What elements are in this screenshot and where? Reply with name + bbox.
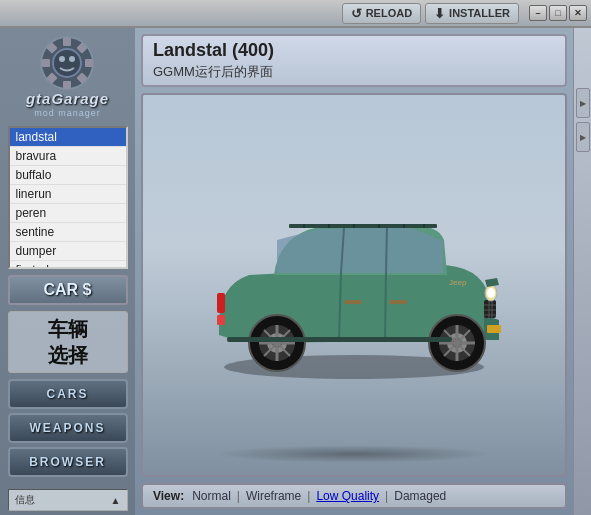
car-title: Landstal (400): [153, 40, 555, 61]
svg-rect-3: [42, 59, 50, 67]
svg-rect-51: [217, 293, 225, 313]
separator-3: |: [385, 489, 388, 503]
view-lowquality-option[interactable]: Low Quality: [316, 489, 379, 503]
svg-rect-1: [63, 38, 71, 46]
view-label: View:: [153, 489, 184, 503]
browser-nav-button[interactable]: BROWSER: [8, 447, 128, 477]
svg-point-9: [53, 49, 81, 77]
svg-rect-52: [217, 315, 225, 325]
chinese-line2: 选择: [19, 342, 117, 368]
separator-1: |: [237, 489, 240, 503]
installer-icon: ⬇: [434, 6, 445, 21]
window-controls: – □ ✕: [527, 5, 587, 21]
svg-point-21: [487, 288, 495, 298]
car-header: Landstal (400) GGMM运行后的界面: [141, 34, 567, 87]
vehicle-list-item[interactable]: dumper: [10, 242, 126, 261]
vehicle-list-item[interactable]: bravura: [10, 147, 126, 166]
status-arrow-icon: ▲: [111, 495, 121, 506]
vehicle-list[interactable]: landstalbravurabuffalolinerunperensentin…: [8, 126, 128, 270]
svg-rect-26: [344, 300, 362, 304]
chinese-line1: 车辆: [19, 316, 117, 342]
right-edge-btn-2[interactable]: ▶: [576, 122, 590, 152]
close-button[interactable]: ✕: [569, 5, 587, 21]
view-normal-option[interactable]: Normal: [192, 489, 231, 503]
vehicle-list-item[interactable]: peren: [10, 204, 126, 223]
logo-area: gtaGarage mod manager: [26, 36, 109, 118]
vehicle-list-item[interactable]: landstal: [10, 128, 126, 147]
svg-text:Jeep: Jeep: [449, 278, 467, 287]
content-area: Landstal (400) GGMM运行后的界面: [135, 28, 573, 515]
right-edge-btn-1[interactable]: ▶: [576, 88, 590, 118]
svg-line-23: [386, 226, 387, 273]
cars-nav-button[interactable]: CARS: [8, 379, 128, 409]
sidebar-nav-buttons: CARS WEAPONS BROWSER: [8, 379, 128, 481]
logo-title: gtaGarage: [26, 91, 109, 108]
installer-label: INSTALLER: [449, 7, 510, 19]
weapons-nav-button[interactable]: WEAPONS: [8, 413, 128, 443]
car-price-display: CAR $: [8, 275, 128, 305]
svg-point-11: [69, 56, 75, 62]
vehicle-list-item[interactable]: firetruk: [10, 261, 126, 270]
svg-point-10: [59, 56, 65, 62]
status-label: 信息: [15, 493, 35, 507]
reload-button[interactable]: ↺ RELOAD: [342, 3, 421, 24]
reload-icon: ↺: [351, 6, 362, 21]
view-wireframe-option[interactable]: Wireframe: [246, 489, 301, 503]
minimize-button[interactable]: –: [529, 5, 547, 21]
chinese-vehicle-label: 车辆 选择: [8, 311, 128, 373]
car-ground-shadow: [214, 445, 494, 463]
svg-rect-54: [227, 337, 452, 342]
svg-line-25: [385, 273, 386, 339]
svg-rect-28: [289, 224, 437, 228]
vehicle-list-item[interactable]: buffalo: [10, 166, 126, 185]
car-description: GGMM运行后的界面: [153, 63, 555, 81]
svg-rect-13: [487, 325, 501, 333]
view-damaged-option[interactable]: Damaged: [394, 489, 446, 503]
vehicle-list-item[interactable]: linerun: [10, 185, 126, 204]
main-container: gtaGarage mod manager landstalbravurabuf…: [0, 28, 591, 515]
svg-rect-27: [389, 300, 407, 304]
vehicle-list-item[interactable]: sentine: [10, 223, 126, 242]
logo-gear-icon: [40, 36, 95, 91]
svg-rect-2: [63, 81, 71, 89]
car-preview-panel: Jeep: [141, 93, 567, 477]
sidebar: gtaGarage mod manager landstalbravurabuf…: [0, 28, 135, 515]
right-edge-panel: ▶ ▶: [573, 28, 591, 515]
status-bar: 信息 ▲: [8, 489, 128, 511]
installer-button[interactable]: ⬇ INSTALLER: [425, 3, 519, 24]
reload-label: RELOAD: [366, 7, 412, 19]
separator-2: |: [307, 489, 310, 503]
top-bar: ↺ RELOAD ⬇ INSTALLER – □ ✕: [0, 0, 591, 28]
car-svg: Jeep: [189, 185, 519, 385]
logo-subtitle: mod manager: [34, 108, 101, 118]
maximize-button[interactable]: □: [549, 5, 567, 21]
view-bar: View: Normal | Wireframe | Low Quality |…: [141, 483, 567, 509]
svg-rect-4: [85, 59, 93, 67]
